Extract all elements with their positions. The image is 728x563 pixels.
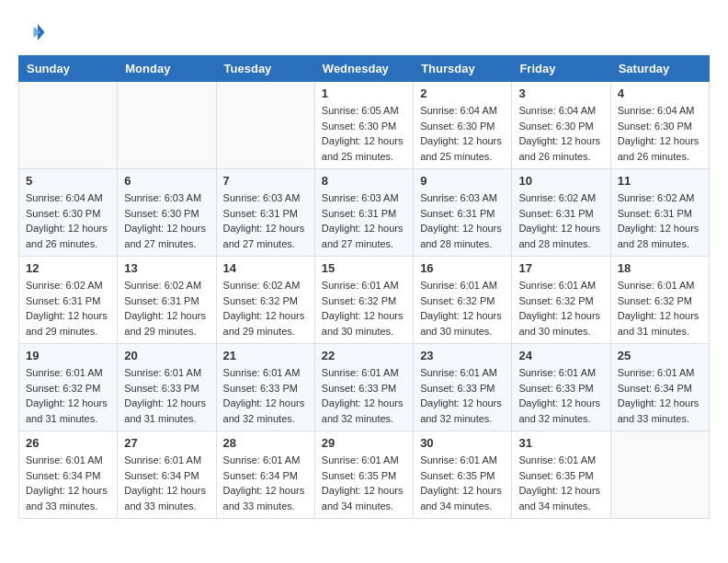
day-info: Sunrise: 6:01 AMSunset: 6:32 PMDaylight:… (618, 278, 702, 339)
calendar-cell: 8Sunrise: 6:03 AMSunset: 6:31 PMDaylight… (314, 169, 413, 257)
calendar-cell: 1Sunrise: 6:05 AMSunset: 6:30 PMDaylight… (314, 82, 413, 169)
day-number: 27 (124, 436, 209, 450)
day-number: 2 (420, 86, 505, 100)
calendar-cell: 27Sunrise: 6:01 AMSunset: 6:34 PMDayligh… (118, 431, 216, 519)
calendar-cell: 26Sunrise: 6:01 AMSunset: 6:34 PMDayligh… (19, 431, 118, 519)
day-info: Sunrise: 6:03 AMSunset: 6:31 PMDaylight:… (223, 190, 308, 251)
page-header (18, 18, 710, 46)
calendar-cell: 11Sunrise: 6:02 AMSunset: 6:31 PMDayligh… (610, 169, 709, 257)
day-number: 15 (322, 261, 406, 275)
day-number: 6 (124, 174, 209, 188)
day-info: Sunrise: 6:01 AMSunset: 6:34 PMDaylight:… (124, 453, 209, 513)
calendar-week-1: 1Sunrise: 6:05 AMSunset: 6:30 PMDaylight… (19, 82, 710, 169)
calendar-cell: 17Sunrise: 6:01 AMSunset: 6:32 PMDayligh… (512, 257, 610, 344)
calendar-cell: 29Sunrise: 6:01 AMSunset: 6:35 PMDayligh… (314, 431, 413, 519)
day-info: Sunrise: 6:04 AMSunset: 6:30 PMDaylight:… (420, 103, 505, 164)
calendar: SundayMondayTuesdayWednesdayThursdayFrid… (18, 55, 710, 519)
day-info: Sunrise: 6:04 AMSunset: 6:30 PMDaylight:… (26, 190, 110, 251)
day-info: Sunrise: 6:01 AMSunset: 6:34 PMDaylight:… (618, 365, 702, 426)
calendar-cell: 4Sunrise: 6:04 AMSunset: 6:30 PMDaylight… (610, 82, 709, 169)
calendar-cell: 9Sunrise: 6:03 AMSunset: 6:31 PMDaylight… (414, 169, 512, 257)
calendar-cell (216, 82, 314, 169)
calendar-cell: 7Sunrise: 6:03 AMSunset: 6:31 PMDaylight… (216, 169, 314, 257)
logo-icon (18, 18, 46, 46)
day-number: 17 (518, 261, 603, 275)
day-number: 10 (518, 174, 603, 188)
calendar-week-4: 19Sunrise: 6:01 AMSunset: 6:32 PMDayligh… (19, 344, 710, 431)
calendar-cell: 10Sunrise: 6:02 AMSunset: 6:31 PMDayligh… (512, 169, 610, 257)
day-number: 19 (26, 349, 110, 362)
day-number: 3 (518, 86, 603, 100)
day-number: 5 (26, 174, 110, 188)
day-number: 29 (322, 436, 406, 450)
day-number: 22 (322, 349, 406, 362)
calendar-cell: 21Sunrise: 6:01 AMSunset: 6:33 PMDayligh… (216, 344, 314, 431)
day-info: Sunrise: 6:01 AMSunset: 6:33 PMDaylight:… (518, 365, 603, 426)
day-info: Sunrise: 6:01 AMSunset: 6:33 PMDaylight:… (124, 365, 209, 426)
day-number: 30 (420, 436, 505, 450)
calendar-header-row: SundayMondayTuesdayWednesdayThursdayFrid… (19, 56, 710, 82)
calendar-cell: 25Sunrise: 6:01 AMSunset: 6:34 PMDayligh… (610, 344, 709, 431)
day-info: Sunrise: 6:01 AMSunset: 6:35 PMDaylight:… (322, 453, 406, 513)
day-info: Sunrise: 6:01 AMSunset: 6:32 PMDaylight:… (420, 278, 505, 339)
calendar-cell: 6Sunrise: 6:03 AMSunset: 6:30 PMDaylight… (118, 169, 216, 257)
day-info: Sunrise: 6:01 AMSunset: 6:32 PMDaylight:… (26, 365, 110, 426)
calendar-cell: 18Sunrise: 6:01 AMSunset: 6:32 PMDayligh… (610, 257, 709, 344)
calendar-week-5: 26Sunrise: 6:01 AMSunset: 6:34 PMDayligh… (19, 431, 710, 519)
day-number: 13 (124, 261, 209, 275)
day-number: 1 (322, 86, 406, 100)
day-number: 26 (26, 436, 110, 450)
day-info: Sunrise: 6:02 AMSunset: 6:32 PMDaylight:… (223, 278, 308, 339)
calendar-cell: 30Sunrise: 6:01 AMSunset: 6:35 PMDayligh… (414, 431, 512, 519)
calendar-cell: 19Sunrise: 6:01 AMSunset: 6:32 PMDayligh… (19, 344, 118, 431)
day-number: 4 (618, 86, 702, 100)
day-number: 21 (223, 349, 308, 362)
calendar-cell: 2Sunrise: 6:04 AMSunset: 6:30 PMDaylight… (414, 82, 512, 169)
day-number: 12 (26, 261, 110, 275)
calendar-cell: 24Sunrise: 6:01 AMSunset: 6:33 PMDayligh… (512, 344, 610, 431)
day-info: Sunrise: 6:01 AMSunset: 6:35 PMDaylight:… (518, 453, 603, 513)
day-number: 28 (223, 436, 308, 450)
calendar-cell (118, 82, 216, 169)
calendar-cell: 15Sunrise: 6:01 AMSunset: 6:32 PMDayligh… (314, 257, 413, 344)
calendar-week-3: 12Sunrise: 6:02 AMSunset: 6:31 PMDayligh… (19, 257, 710, 344)
day-number: 16 (420, 261, 505, 275)
day-number: 8 (322, 174, 406, 188)
calendar-cell: 22Sunrise: 6:01 AMSunset: 6:33 PMDayligh… (314, 344, 413, 431)
calendar-cell: 20Sunrise: 6:01 AMSunset: 6:33 PMDayligh… (118, 344, 216, 431)
day-number: 25 (618, 349, 702, 362)
day-info: Sunrise: 6:04 AMSunset: 6:30 PMDaylight:… (518, 103, 603, 164)
day-number: 14 (223, 261, 308, 275)
day-number: 31 (518, 436, 603, 450)
day-info: Sunrise: 6:01 AMSunset: 6:33 PMDaylight:… (223, 365, 308, 426)
day-info: Sunrise: 6:03 AMSunset: 6:30 PMDaylight:… (124, 190, 209, 251)
calendar-cell (610, 431, 709, 519)
day-number: 7 (223, 174, 308, 188)
col-header-thursday: Thursday (414, 56, 512, 82)
day-info: Sunrise: 6:01 AMSunset: 6:32 PMDaylight:… (322, 278, 406, 339)
col-header-saturday: Saturday (610, 56, 709, 82)
day-number: 9 (420, 174, 505, 188)
calendar-cell: 23Sunrise: 6:01 AMSunset: 6:33 PMDayligh… (414, 344, 512, 431)
day-info: Sunrise: 6:02 AMSunset: 6:31 PMDaylight:… (518, 190, 603, 251)
day-info: Sunrise: 6:01 AMSunset: 6:34 PMDaylight:… (223, 453, 308, 513)
calendar-cell: 28Sunrise: 6:01 AMSunset: 6:34 PMDayligh… (216, 431, 314, 519)
day-number: 23 (420, 349, 505, 362)
day-info: Sunrise: 6:04 AMSunset: 6:30 PMDaylight:… (618, 103, 702, 164)
calendar-cell: 14Sunrise: 6:02 AMSunset: 6:32 PMDayligh… (216, 257, 314, 344)
day-info: Sunrise: 6:01 AMSunset: 6:34 PMDaylight:… (26, 453, 110, 513)
day-info: Sunrise: 6:03 AMSunset: 6:31 PMDaylight:… (322, 190, 406, 251)
day-info: Sunrise: 6:02 AMSunset: 6:31 PMDaylight:… (124, 278, 209, 339)
col-header-sunday: Sunday (19, 56, 118, 82)
col-header-monday: Monday (118, 56, 216, 82)
calendar-cell: 13Sunrise: 6:02 AMSunset: 6:31 PMDayligh… (118, 257, 216, 344)
day-info: Sunrise: 6:05 AMSunset: 6:30 PMDaylight:… (322, 103, 406, 164)
logo (18, 18, 50, 46)
day-info: Sunrise: 6:03 AMSunset: 6:31 PMDaylight:… (420, 190, 505, 251)
calendar-cell: 12Sunrise: 6:02 AMSunset: 6:31 PMDayligh… (19, 257, 118, 344)
day-info: Sunrise: 6:02 AMSunset: 6:31 PMDaylight:… (26, 278, 110, 339)
day-number: 18 (618, 261, 702, 275)
day-number: 11 (618, 174, 702, 188)
day-info: Sunrise: 6:01 AMSunset: 6:35 PMDaylight:… (420, 453, 505, 513)
day-info: Sunrise: 6:01 AMSunset: 6:32 PMDaylight:… (518, 278, 603, 339)
